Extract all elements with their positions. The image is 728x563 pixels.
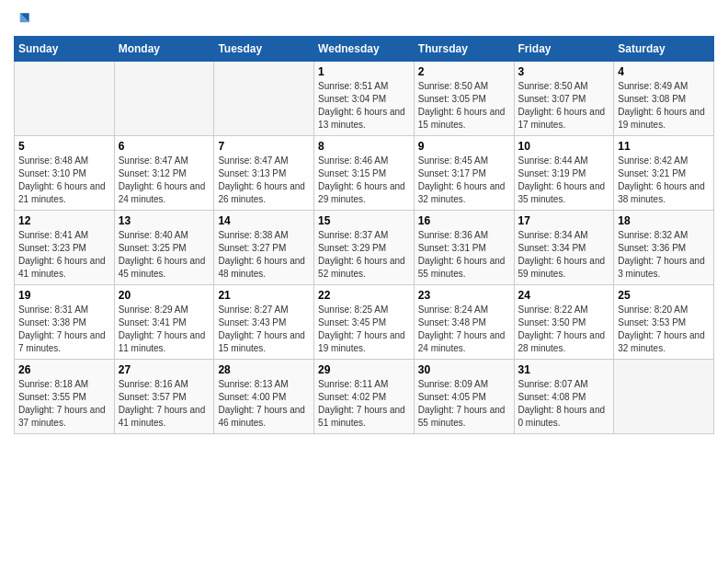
logo [14, 9, 36, 29]
day-cell: 31Sunrise: 8:07 AMSunset: 4:08 PMDayligh… [514, 360, 614, 434]
day-number: 13 [119, 214, 210, 227]
day-cell: 15Sunrise: 8:37 AMSunset: 3:29 PMDayligh… [314, 211, 415, 285]
day-cell: 3Sunrise: 8:50 AMSunset: 3:07 PMDaylight… [514, 62, 614, 136]
week-row-4: 26Sunrise: 8:18 AMSunset: 3:55 PMDayligh… [15, 360, 714, 434]
header-cell-wednesday: Wednesday [314, 37, 415, 62]
day-cell: 26Sunrise: 8:18 AMSunset: 3:55 PMDayligh… [15, 360, 115, 434]
day-info: Sunrise: 8:50 AMSunset: 3:07 PMDaylight:… [518, 80, 610, 132]
header-cell-friday: Friday [514, 37, 614, 62]
header-cell-monday: Monday [114, 37, 214, 62]
day-info: Sunrise: 8:46 AMSunset: 3:15 PMDaylight:… [318, 155, 410, 206]
day-number: 31 [518, 363, 610, 376]
calendar-body: 1Sunrise: 8:51 AMSunset: 3:04 PMDaylight… [15, 62, 714, 434]
week-row-1: 5Sunrise: 8:48 AMSunset: 3:10 PMDaylight… [15, 136, 714, 211]
day-cell: 9Sunrise: 8:45 AMSunset: 3:17 PMDaylight… [414, 136, 514, 211]
header-cell-thursday: Thursday [414, 37, 514, 62]
day-number: 28 [218, 363, 310, 376]
day-cell: 4Sunrise: 8:49 AMSunset: 3:08 PMDaylight… [614, 62, 714, 136]
day-info: Sunrise: 8:07 AMSunset: 4:08 PMDaylight:… [518, 378, 610, 430]
day-number: 11 [618, 140, 710, 153]
day-info: Sunrise: 8:47 AMSunset: 3:12 PMDaylight:… [119, 155, 210, 206]
day-cell: 14Sunrise: 8:38 AMSunset: 3:27 PMDayligh… [214, 211, 314, 285]
day-number: 19 [18, 289, 110, 302]
day-number: 14 [218, 214, 310, 227]
day-info: Sunrise: 8:40 AMSunset: 3:25 PMDaylight:… [119, 229, 210, 281]
day-info: Sunrise: 8:45 AMSunset: 3:17 PMDaylight:… [418, 155, 510, 206]
day-info: Sunrise: 8:18 AMSunset: 3:55 PMDaylight:… [18, 378, 110, 430]
day-info: Sunrise: 8:41 AMSunset: 3:23 PMDaylight:… [18, 229, 110, 281]
day-info: Sunrise: 8:44 AMSunset: 3:19 PMDaylight:… [518, 155, 610, 206]
week-row-0: 1Sunrise: 8:51 AMSunset: 3:04 PMDaylight… [15, 62, 714, 136]
day-info: Sunrise: 8:16 AMSunset: 3:57 PMDaylight:… [119, 378, 210, 430]
day-cell: 8Sunrise: 8:46 AMSunset: 3:15 PMDaylight… [314, 136, 415, 211]
header-cell-tuesday: Tuesday [214, 37, 314, 62]
day-cell: 18Sunrise: 8:32 AMSunset: 3:36 PMDayligh… [614, 211, 714, 285]
day-cell: 10Sunrise: 8:44 AMSunset: 3:19 PMDayligh… [514, 136, 614, 211]
day-info: Sunrise: 8:51 AMSunset: 3:04 PMDaylight:… [318, 80, 410, 132]
day-cell: 27Sunrise: 8:16 AMSunset: 3:57 PMDayligh… [114, 360, 214, 434]
day-number: 6 [119, 140, 210, 153]
day-cell: 11Sunrise: 8:42 AMSunset: 3:21 PMDayligh… [614, 136, 714, 211]
day-number: 17 [518, 214, 610, 227]
day-number: 4 [618, 65, 710, 78]
day-cell: 6Sunrise: 8:47 AMSunset: 3:12 PMDaylight… [114, 136, 214, 211]
day-number: 23 [418, 289, 510, 302]
day-cell: 25Sunrise: 8:20 AMSunset: 3:53 PMDayligh… [614, 285, 714, 360]
day-number: 26 [18, 363, 110, 376]
week-row-2: 12Sunrise: 8:41 AMSunset: 3:23 PMDayligh… [15, 211, 714, 285]
day-cell: 23Sunrise: 8:24 AMSunset: 3:48 PMDayligh… [414, 285, 514, 360]
day-number: 21 [218, 289, 310, 302]
day-number: 27 [119, 363, 210, 376]
day-number: 15 [318, 214, 410, 227]
header-cell-saturday: Saturday [614, 37, 714, 62]
day-cell: 30Sunrise: 8:09 AMSunset: 4:05 PMDayligh… [414, 360, 514, 434]
day-info: Sunrise: 8:50 AMSunset: 3:05 PMDaylight:… [418, 80, 510, 132]
day-cell: 12Sunrise: 8:41 AMSunset: 3:23 PMDayligh… [15, 211, 115, 285]
day-info: Sunrise: 8:29 AMSunset: 3:41 PMDaylight:… [119, 304, 210, 355]
day-info: Sunrise: 8:25 AMSunset: 3:45 PMDaylight:… [318, 304, 410, 355]
calendar-table: SundayMondayTuesdayWednesdayThursdayFrid… [14, 36, 714, 434]
calendar-header: SundayMondayTuesdayWednesdayThursdayFrid… [15, 37, 714, 62]
day-cell: 28Sunrise: 8:13 AMSunset: 4:00 PMDayligh… [214, 360, 314, 434]
day-cell: 22Sunrise: 8:25 AMSunset: 3:45 PMDayligh… [314, 285, 415, 360]
day-info: Sunrise: 8:32 AMSunset: 3:36 PMDaylight:… [618, 229, 710, 281]
day-number: 12 [18, 214, 110, 227]
day-info: Sunrise: 8:13 AMSunset: 4:00 PMDaylight:… [218, 378, 310, 430]
day-number: 29 [318, 363, 410, 376]
day-cell [214, 62, 314, 136]
day-number: 30 [418, 363, 510, 376]
day-number: 10 [518, 140, 610, 153]
day-info: Sunrise: 8:48 AMSunset: 3:10 PMDaylight:… [18, 155, 110, 206]
day-cell: 1Sunrise: 8:51 AMSunset: 3:04 PMDaylight… [314, 62, 415, 136]
day-cell: 29Sunrise: 8:11 AMSunset: 4:02 PMDayligh… [314, 360, 415, 434]
day-number: 3 [518, 65, 610, 78]
day-number: 18 [618, 214, 710, 227]
day-cell [15, 62, 115, 136]
header-cell-sunday: Sunday [15, 37, 115, 62]
day-number: 9 [418, 140, 510, 153]
day-cell: 24Sunrise: 8:22 AMSunset: 3:50 PMDayligh… [514, 285, 614, 360]
header-row: SundayMondayTuesdayWednesdayThursdayFrid… [15, 37, 714, 62]
day-info: Sunrise: 8:34 AMSunset: 3:34 PMDaylight:… [518, 229, 610, 281]
day-number: 8 [318, 140, 410, 153]
day-info: Sunrise: 8:47 AMSunset: 3:13 PMDaylight:… [218, 155, 310, 206]
day-cell: 13Sunrise: 8:40 AMSunset: 3:25 PMDayligh… [114, 211, 214, 285]
day-cell: 20Sunrise: 8:29 AMSunset: 3:41 PMDayligh… [114, 285, 214, 360]
day-info: Sunrise: 8:27 AMSunset: 3:43 PMDaylight:… [218, 304, 310, 355]
day-cell: 7Sunrise: 8:47 AMSunset: 3:13 PMDaylight… [214, 136, 314, 211]
day-info: Sunrise: 8:20 AMSunset: 3:53 PMDaylight:… [618, 304, 710, 355]
day-number: 5 [18, 140, 110, 153]
day-info: Sunrise: 8:24 AMSunset: 3:48 PMDaylight:… [418, 304, 510, 355]
day-info: Sunrise: 8:11 AMSunset: 4:02 PMDaylight:… [318, 378, 410, 430]
day-number: 2 [418, 65, 510, 78]
day-number: 16 [418, 214, 510, 227]
day-number: 25 [618, 289, 710, 302]
day-info: Sunrise: 8:38 AMSunset: 3:27 PMDaylight:… [218, 229, 310, 281]
day-cell: 16Sunrise: 8:36 AMSunset: 3:31 PMDayligh… [414, 211, 514, 285]
day-cell [114, 62, 214, 136]
day-number: 24 [518, 289, 610, 302]
day-info: Sunrise: 8:37 AMSunset: 3:29 PMDaylight:… [318, 229, 410, 281]
day-info: Sunrise: 8:31 AMSunset: 3:38 PMDaylight:… [18, 304, 110, 355]
day-info: Sunrise: 8:09 AMSunset: 4:05 PMDaylight:… [418, 378, 510, 430]
day-info: Sunrise: 8:36 AMSunset: 3:31 PMDaylight:… [418, 229, 510, 281]
